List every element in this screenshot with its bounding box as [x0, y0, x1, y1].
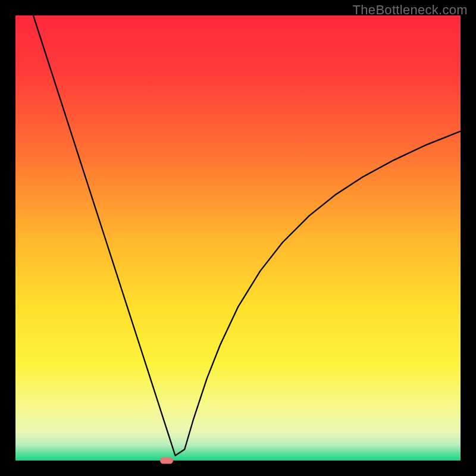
plot-area	[15, 15, 461, 461]
watermark-text: TheBottleneck.com	[353, 2, 468, 18]
chart-frame: TheBottleneck.com	[0, 0, 476, 476]
chart-svg	[15, 15, 461, 461]
gradient-background	[15, 15, 461, 461]
optimal-marker	[160, 458, 173, 464]
